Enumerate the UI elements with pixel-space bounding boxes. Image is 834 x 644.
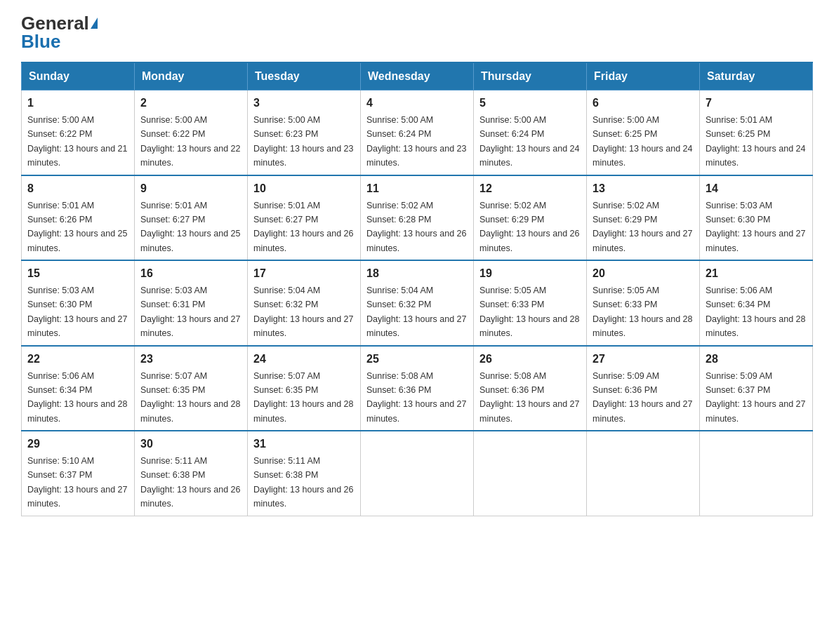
header: General Blue (21, 14, 813, 51)
calendar-cell: 31 Sunrise: 5:11 AMSunset: 6:38 PMDaylig… (248, 431, 361, 516)
calendar-cell: 21 Sunrise: 5:06 AMSunset: 6:34 PMDaylig… (700, 260, 813, 346)
day-info: Sunrise: 5:00 AMSunset: 6:22 PMDaylight:… (140, 115, 240, 168)
day-info: Sunrise: 5:03 AMSunset: 6:31 PMDaylight:… (140, 286, 240, 338)
calendar-cell: 23 Sunrise: 5:07 AMSunset: 6:35 PMDaylig… (135, 346, 248, 431)
day-number: 20 (593, 265, 694, 282)
calendar-cell: 3 Sunrise: 5:00 AMSunset: 6:23 PMDayligh… (248, 90, 361, 175)
day-info: Sunrise: 5:09 AMSunset: 6:37 PMDaylight:… (706, 371, 805, 424)
logo-triangle-icon (91, 18, 98, 29)
calendar-week-row: 29 Sunrise: 5:10 AMSunset: 6:37 PMDaylig… (22, 431, 813, 516)
calendar-header-sunday: Sunday (22, 62, 135, 90)
calendar-cell: 13 Sunrise: 5:02 AMSunset: 6:29 PMDaylig… (587, 175, 700, 261)
day-info: Sunrise: 5:08 AMSunset: 6:36 PMDaylight:… (479, 371, 579, 424)
day-info: Sunrise: 5:00 AMSunset: 6:25 PMDaylight:… (593, 115, 692, 168)
day-number: 11 (366, 180, 468, 197)
day-number: 6 (593, 95, 694, 112)
day-info: Sunrise: 5:05 AMSunset: 6:33 PMDaylight:… (593, 286, 692, 338)
day-number: 29 (27, 436, 128, 452)
day-info: Sunrise: 5:05 AMSunset: 6:33 PMDaylight:… (479, 286, 579, 338)
day-info: Sunrise: 5:01 AMSunset: 6:27 PMDaylight:… (140, 201, 240, 253)
calendar-cell (361, 431, 474, 516)
calendar-cell: 22 Sunrise: 5:06 AMSunset: 6:34 PMDaylig… (22, 346, 135, 431)
calendar-cell: 17 Sunrise: 5:04 AMSunset: 6:32 PMDaylig… (248, 260, 361, 346)
calendar-cell (700, 431, 813, 516)
calendar-cell: 16 Sunrise: 5:03 AMSunset: 6:31 PMDaylig… (135, 260, 248, 346)
day-info: Sunrise: 5:01 AMSunset: 6:27 PMDaylight:… (253, 201, 353, 253)
day-info: Sunrise: 5:03 AMSunset: 6:30 PMDaylight:… (27, 286, 127, 338)
day-number: 3 (253, 95, 355, 112)
day-number: 17 (253, 265, 355, 282)
day-number: 7 (706, 95, 807, 112)
calendar-cell: 11 Sunrise: 5:02 AMSunset: 6:28 PMDaylig… (361, 175, 474, 261)
calendar-cell: 24 Sunrise: 5:07 AMSunset: 6:35 PMDaylig… (248, 346, 361, 431)
day-info: Sunrise: 5:06 AMSunset: 6:34 PMDaylight:… (27, 371, 127, 424)
calendar-cell: 29 Sunrise: 5:10 AMSunset: 6:37 PMDaylig… (22, 431, 135, 516)
day-info: Sunrise: 5:09 AMSunset: 6:36 PMDaylight:… (593, 371, 692, 424)
day-number: 13 (593, 180, 694, 197)
calendar-cell (474, 431, 587, 516)
day-number: 12 (479, 180, 581, 197)
calendar-cell: 25 Sunrise: 5:08 AMSunset: 6:36 PMDaylig… (361, 346, 474, 431)
day-info: Sunrise: 5:06 AMSunset: 6:34 PMDaylight:… (706, 286, 805, 338)
day-info: Sunrise: 5:01 AMSunset: 6:25 PMDaylight:… (706, 115, 805, 168)
calendar-header-friday: Friday (587, 62, 700, 90)
calendar-cell: 15 Sunrise: 5:03 AMSunset: 6:30 PMDaylig… (22, 260, 135, 346)
calendar-cell: 1 Sunrise: 5:00 AMSunset: 6:22 PMDayligh… (22, 90, 135, 175)
day-info: Sunrise: 5:11 AMSunset: 6:38 PMDaylight:… (140, 456, 240, 509)
calendar-cell: 18 Sunrise: 5:04 AMSunset: 6:32 PMDaylig… (361, 260, 474, 346)
calendar-cell: 10 Sunrise: 5:01 AMSunset: 6:27 PMDaylig… (248, 175, 361, 261)
calendar-cell: 5 Sunrise: 5:00 AMSunset: 6:24 PMDayligh… (474, 90, 587, 175)
calendar-table: SundayMondayTuesdayWednesdayThursdayFrid… (21, 62, 813, 516)
calendar-cell: 8 Sunrise: 5:01 AMSunset: 6:26 PMDayligh… (22, 175, 135, 261)
day-info: Sunrise: 5:03 AMSunset: 6:30 PMDaylight:… (706, 201, 805, 253)
day-number: 23 (140, 351, 241, 368)
day-number: 8 (27, 180, 128, 197)
day-number: 24 (253, 351, 355, 368)
logo-blue-text: Blue (21, 32, 60, 51)
day-info: Sunrise: 5:00 AMSunset: 6:24 PMDaylight:… (479, 115, 579, 168)
calendar-header-row: SundayMondayTuesdayWednesdayThursdayFrid… (22, 62, 813, 90)
day-number: 5 (479, 95, 581, 112)
calendar-cell: 30 Sunrise: 5:11 AMSunset: 6:38 PMDaylig… (135, 431, 248, 516)
logo: General Blue (21, 14, 98, 51)
calendar-cell: 20 Sunrise: 5:05 AMSunset: 6:33 PMDaylig… (587, 260, 700, 346)
calendar-cell: 6 Sunrise: 5:00 AMSunset: 6:25 PMDayligh… (587, 90, 700, 175)
calendar-week-row: 8 Sunrise: 5:01 AMSunset: 6:26 PMDayligh… (22, 175, 813, 261)
day-number: 21 (706, 265, 807, 282)
calendar-cell (587, 431, 700, 516)
calendar-header-monday: Monday (135, 62, 248, 90)
calendar-header-tuesday: Tuesday (248, 62, 361, 90)
day-number: 2 (140, 95, 241, 112)
day-info: Sunrise: 5:04 AMSunset: 6:32 PMDaylight:… (366, 286, 466, 338)
day-info: Sunrise: 5:02 AMSunset: 6:29 PMDaylight:… (593, 201, 692, 253)
calendar-cell: 27 Sunrise: 5:09 AMSunset: 6:36 PMDaylig… (587, 346, 700, 431)
day-info: Sunrise: 5:08 AMSunset: 6:36 PMDaylight:… (366, 371, 466, 424)
day-info: Sunrise: 5:04 AMSunset: 6:32 PMDaylight:… (253, 286, 353, 338)
calendar-cell: 26 Sunrise: 5:08 AMSunset: 6:36 PMDaylig… (474, 346, 587, 431)
day-info: Sunrise: 5:01 AMSunset: 6:26 PMDaylight:… (27, 201, 127, 253)
calendar-week-row: 22 Sunrise: 5:06 AMSunset: 6:34 PMDaylig… (22, 346, 813, 431)
day-number: 26 (479, 351, 581, 368)
calendar-cell: 2 Sunrise: 5:00 AMSunset: 6:22 PMDayligh… (135, 90, 248, 175)
day-number: 15 (27, 265, 128, 282)
day-number: 31 (253, 436, 355, 452)
calendar-cell: 28 Sunrise: 5:09 AMSunset: 6:37 PMDaylig… (700, 346, 813, 431)
calendar-week-row: 1 Sunrise: 5:00 AMSunset: 6:22 PMDayligh… (22, 90, 813, 175)
day-info: Sunrise: 5:10 AMSunset: 6:37 PMDaylight:… (27, 456, 127, 509)
day-number: 18 (366, 265, 468, 282)
day-info: Sunrise: 5:02 AMSunset: 6:28 PMDaylight:… (366, 201, 466, 253)
day-info: Sunrise: 5:11 AMSunset: 6:38 PMDaylight:… (253, 456, 353, 509)
day-number: 1 (27, 95, 128, 112)
day-number: 4 (366, 95, 468, 112)
calendar-cell: 7 Sunrise: 5:01 AMSunset: 6:25 PMDayligh… (700, 90, 813, 175)
day-info: Sunrise: 5:00 AMSunset: 6:22 PMDaylight:… (27, 115, 127, 168)
day-number: 28 (706, 351, 807, 368)
day-number: 9 (140, 180, 241, 197)
day-info: Sunrise: 5:00 AMSunset: 6:23 PMDaylight:… (253, 115, 353, 168)
day-number: 25 (366, 351, 468, 368)
calendar-header-saturday: Saturday (700, 62, 813, 90)
calendar-week-row: 15 Sunrise: 5:03 AMSunset: 6:30 PMDaylig… (22, 260, 813, 346)
day-number: 30 (140, 436, 241, 452)
day-number: 16 (140, 265, 241, 282)
calendar-cell: 4 Sunrise: 5:00 AMSunset: 6:24 PMDayligh… (361, 90, 474, 175)
